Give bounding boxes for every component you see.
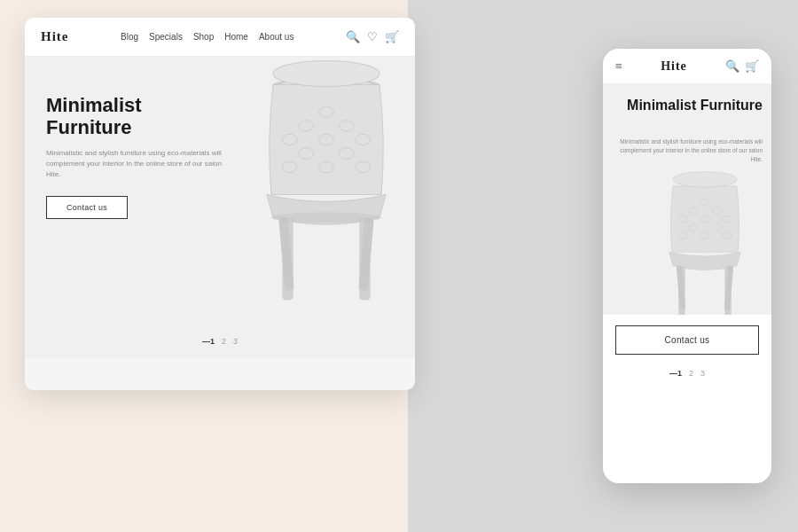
- desktop-page-2[interactable]: 2: [222, 337, 226, 346]
- mobile-contact-button[interactable]: Contact us: [615, 325, 759, 355]
- nav-link-about[interactable]: About us: [259, 32, 293, 42]
- mobile-hero: Minimalist Furniture Minimalistic and st…: [603, 84, 771, 315]
- mobile-hero-subtitle: Minimalistic and stylish furniture using…: [612, 137, 763, 163]
- desktop-hero-subtitle: Minimalistic and stylish furniture using…: [46, 148, 223, 180]
- mobile-contact-area: Contact us: [603, 315, 771, 362]
- desktop-mockup: Hite Blog Specials Shop Home About us 🔍 …: [25, 18, 415, 390]
- mobile-pagination: —1 2 3: [603, 362, 771, 378]
- desktop-navbar: Hite Blog Specials Shop Home About us 🔍 …: [25, 18, 415, 57]
- desktop-page-3[interactable]: 3: [233, 337, 238, 346]
- mobile-navbar: ≡ Hite 🔍 🛒: [603, 49, 771, 84]
- mobile-page-3[interactable]: 3: [700, 369, 705, 378]
- mobile-search-icon[interactable]: 🔍: [725, 59, 739, 74]
- desktop-nav-icons: 🔍 ♡ 🛒: [346, 30, 399, 44]
- search-icon[interactable]: 🔍: [346, 30, 360, 44]
- nav-link-home[interactable]: Home: [224, 32, 248, 42]
- hamburger-icon[interactable]: ≡: [615, 59, 622, 74]
- mobile-mockup: ≡ Hite 🔍 🛒 Minimalist Furniture Minimali…: [603, 49, 771, 483]
- desktop-nav-links: Blog Specials Shop Home About us: [121, 32, 293, 42]
- cart-icon[interactable]: 🛒: [385, 30, 399, 44]
- mobile-nav-icons: 🔍 🛒: [725, 59, 759, 74]
- desktop-hero-content: Minimalist Furniture Minimalistic and st…: [46, 94, 223, 219]
- nav-link-specials[interactable]: Specials: [149, 32, 183, 42]
- desktop-page-1[interactable]: —1: [202, 337, 215, 346]
- heart-icon[interactable]: ♡: [367, 30, 378, 44]
- desktop-logo: Hite: [41, 29, 69, 44]
- nav-link-blog[interactable]: Blog: [121, 32, 138, 42]
- svg-point-33: [673, 172, 737, 187]
- desktop-contact-button[interactable]: Contact us: [46, 196, 128, 219]
- svg-point-17: [273, 60, 379, 86]
- mobile-hero-title: Minimalist Furniture: [612, 97, 763, 113]
- mobile-logo: Hite: [661, 59, 687, 74]
- mobile-cart-icon[interactable]: 🛒: [745, 59, 759, 74]
- desktop-hero: Minimalist Furniture Minimalistic and st…: [25, 57, 415, 358]
- desktop-pagination: —1 2 3: [202, 337, 238, 346]
- desktop-hero-title: Minimalist Furniture: [46, 94, 223, 139]
- mobile-chair-image: [647, 164, 763, 315]
- mobile-page-1[interactable]: —1: [669, 369, 682, 378]
- mobile-page-2[interactable]: 2: [689, 369, 693, 378]
- nav-link-shop[interactable]: Shop: [193, 32, 214, 42]
- svg-point-16: [271, 212, 381, 223]
- desktop-chair-image: [229, 57, 415, 314]
